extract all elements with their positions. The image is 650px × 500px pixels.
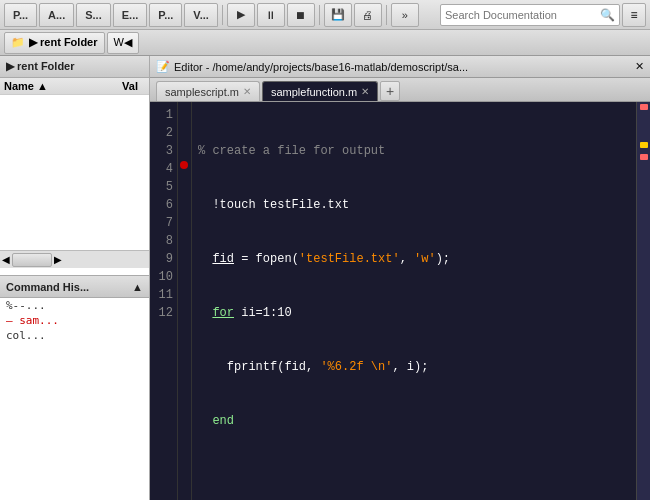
editor-icon: 📝 [156, 60, 170, 73]
line-numbers: 1 2 3 4 5 6 7 8 9 10 11 12 [150, 102, 178, 500]
gutter-12 [178, 300, 191, 318]
code-line-7 [198, 466, 630, 484]
cmd-hist-item-1[interactable]: %--... [0, 298, 149, 313]
code-line-1: % create a file for output [198, 142, 630, 160]
line-num-1: 1 [152, 106, 173, 124]
left-panel: ▶ rent Folder Name ▲ Val ◀ ▶ Command His… [0, 56, 150, 500]
path-toolbar: 📁 ▶ rent Folder W◀ [0, 30, 650, 56]
toolbar-tab-v[interactable]: V... [184, 3, 218, 27]
line-num-3: 3 [152, 142, 173, 160]
print-button[interactable]: 🖨 [354, 3, 382, 27]
toolbar-separator3 [386, 5, 387, 25]
scroll-red-1 [640, 104, 648, 110]
folder-icon: 📁 [11, 36, 25, 49]
file-browser-header: ▶ rent Folder [0, 56, 149, 78]
command-history-panel: Command His... ▲ %--... — sam... col... [0, 276, 149, 500]
file-table-header: Name ▲ Val [0, 78, 149, 95]
file-list-area[interactable] [0, 95, 149, 250]
gutter-7 [178, 210, 191, 228]
toolbar-tab-s[interactable]: S... [76, 3, 111, 27]
line-num-4: 4 [152, 160, 173, 178]
toolbar-tab-a[interactable]: A... [39, 3, 74, 27]
tab-add-button[interactable]: + [380, 81, 400, 101]
gutter-1 [178, 102, 191, 120]
code-line-4: for ii=1:10 [198, 304, 630, 322]
tab-label-samplefunction: samplefunction.m [271, 86, 357, 98]
save-button[interactable]: 💾 [324, 3, 352, 27]
search-box: 🔍 [440, 4, 620, 26]
editor-tabs-bar: samplescript.m ✕ samplefunction.m ✕ + [150, 78, 650, 102]
editor-tab-samplescript[interactable]: samplescript.m ✕ [156, 81, 260, 101]
scroll-thumb[interactable] [12, 253, 52, 267]
gutter-6 [178, 192, 191, 210]
gutter-3 [178, 138, 191, 156]
code-line-2: !touch testFile.txt [198, 196, 630, 214]
line-num-8: 8 [152, 232, 173, 250]
filter-button[interactable]: ≡ [622, 3, 646, 27]
workspace-button[interactable]: W◀ [107, 32, 139, 54]
file-col-name-header[interactable]: Name ▲ [4, 80, 115, 92]
gutter-5 [178, 174, 191, 192]
run-button[interactable]: ▶ [227, 3, 255, 27]
file-browser-scrollbar[interactable]: ◀ ▶ [0, 250, 149, 268]
gutter-10 [178, 264, 191, 282]
scroll-right-icon[interactable]: ▶ [54, 254, 62, 265]
gutter-11 [178, 282, 191, 300]
editor-panel: 📝 Editor - /home/andy/projects/base16-ma… [150, 56, 650, 500]
line-num-6: 6 [152, 196, 173, 214]
cmd-history-expand-icon[interactable]: ▲ [132, 281, 143, 293]
name-sort-label: Name ▲ [4, 80, 48, 92]
toolbar-separator2 [319, 5, 320, 25]
cmd-hist-item-3[interactable]: col... [0, 328, 149, 343]
file-browser-panel: ▶ rent Folder Name ▲ Val ◀ ▶ [0, 56, 149, 276]
editor-close-icon[interactable]: ✕ [635, 60, 644, 73]
breakpoint-gutter [178, 102, 192, 500]
folder-text: ▶ rent Folder [29, 36, 98, 49]
gutter-2 [178, 120, 191, 138]
line-num-2: 2 [152, 124, 173, 142]
main-toolbar: P... A... S... E... P... V... ▶ ⏸ ⏹ 💾 🖨 … [0, 0, 650, 30]
main-area: ▶ rent Folder Name ▲ Val ◀ ▶ Command His… [0, 56, 650, 500]
current-folder-label: 📁 ▶ rent Folder [4, 32, 105, 54]
toolbar-tab-e[interactable]: E... [113, 3, 148, 27]
search-icon: 🔍 [600, 8, 615, 22]
cmd-history-title: Command His... [6, 281, 89, 293]
code-text[interactable]: % create a file for output !touch testFi… [192, 102, 636, 500]
editor-title: Editor - /home/andy/projects/base16-matl… [174, 61, 631, 73]
tab-close-samplefunction[interactable]: ✕ [361, 86, 369, 97]
line-num-5: 5 [152, 178, 173, 196]
file-col-val-header[interactable]: Val [115, 80, 145, 92]
search-input[interactable] [445, 9, 600, 21]
editor-tab-samplefunction[interactable]: samplefunction.m ✕ [262, 81, 378, 101]
editor-title-bar: 📝 Editor - /home/andy/projects/base16-ma… [150, 56, 650, 78]
pause-button[interactable]: ⏸ [257, 3, 285, 27]
code-line-3: fid = fopen('testFile.txt', 'w'); [198, 250, 630, 268]
tab-close-samplescript[interactable]: ✕ [243, 86, 251, 97]
gutter-8 [178, 228, 191, 246]
breakpoint-4 [180, 161, 188, 169]
right-panel: 📝 Editor - /home/andy/projects/base16-ma… [150, 56, 650, 500]
toolbar-separator [222, 5, 223, 25]
editor-scrollbar[interactable] [636, 102, 650, 500]
code-editor-area[interactable]: 1 2 3 4 5 6 7 8 9 10 11 12 [150, 102, 650, 500]
more-button[interactable]: » [391, 3, 419, 27]
line-num-12: 12 [152, 304, 173, 322]
toolbar-tab-p2[interactable]: P... [149, 3, 182, 27]
file-browser-title: ▶ rent Folder [6, 60, 75, 73]
line-num-11: 11 [152, 286, 173, 304]
line-num-10: 10 [152, 268, 173, 286]
code-line-6: end [198, 412, 630, 430]
scroll-yellow-1 [640, 142, 648, 148]
scroll-left-icon[interactable]: ◀ [2, 254, 10, 265]
line-num-9: 9 [152, 250, 173, 268]
cmd-hist-item-2[interactable]: — sam... [0, 313, 149, 328]
code-line-5: fprintf(fid, '%6.2f \n', i); [198, 358, 630, 376]
tab-label-samplescript: samplescript.m [165, 86, 239, 98]
line-num-7: 7 [152, 214, 173, 232]
toolbar-tab-p1[interactable]: P... [4, 3, 37, 27]
stop-button[interactable]: ⏹ [287, 3, 315, 27]
cmd-history-header: Command His... ▲ [0, 276, 149, 298]
gutter-4 [178, 156, 191, 174]
scroll-red-2 [640, 154, 648, 160]
gutter-9 [178, 246, 191, 264]
